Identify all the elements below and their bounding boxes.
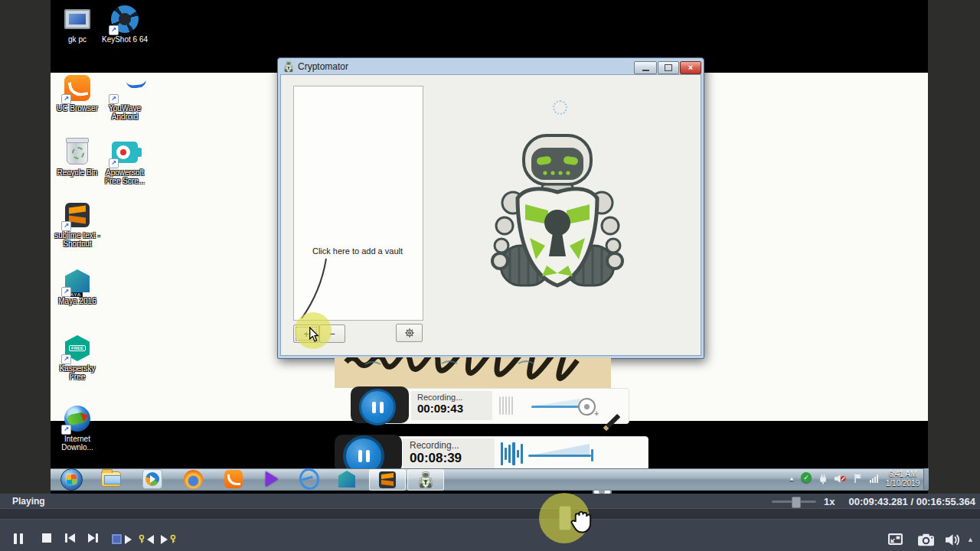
speed-slider-handle[interactable] — [792, 497, 801, 508]
taskbar-item-sublime-active[interactable] — [369, 469, 406, 491]
taskbar-item-firefox[interactable] — [183, 470, 203, 488]
shortcut-arrow-icon: ↗ — [109, 94, 119, 104]
kaspersky-icon: FREE↗ — [63, 334, 92, 363]
taskbar-item-media-player[interactable] — [142, 470, 162, 488]
more-options-arrow[interactable]: ▲ — [967, 536, 974, 543]
volume-slider-end — [591, 449, 593, 461]
triangle-right-icon — [88, 533, 95, 543]
triangle-right-icon — [125, 535, 132, 544]
snapshot-button[interactable] — [917, 533, 935, 546]
media-player-icon — [142, 469, 162, 489]
meter-bar — [508, 445, 511, 463]
firefox-icon — [184, 470, 203, 489]
taskbar-item-uc-browser[interactable] — [224, 470, 243, 488]
window-titlebar[interactable]: Cryptomator — [283, 60, 348, 73]
next-frame-button[interactable] — [88, 533, 98, 543]
close-button[interactable]: × — [680, 61, 701, 74]
time-separator: / — [910, 496, 913, 507]
cryptomator-app-icon — [283, 60, 294, 73]
taskbar-item-explorer[interactable] — [101, 470, 121, 488]
volume-slider[interactable] — [528, 455, 591, 457]
shortcut-arrow-icon: ↗ — [109, 158, 119, 168]
fit-to-window-button[interactable] — [888, 533, 903, 545]
desktop-icon-apowersoft[interactable]: ↗ Apowersoft Free Scre... — [101, 138, 149, 185]
desktop-icon-idm[interactable]: ↗ Internet Downlo... — [54, 404, 101, 452]
uc-browser-icon — [224, 470, 243, 488]
start-button[interactable] — [60, 468, 83, 491]
clock-date: 1/10/2019 — [882, 479, 923, 488]
recycle-bin-icon — [63, 138, 92, 167]
desktop-icon-label: UC Browser — [57, 104, 98, 112]
audio-level-meter — [499, 396, 513, 416]
maya-icon — [338, 471, 355, 487]
recording-status-panel: Recording... 00:09:43 — [411, 391, 492, 420]
play-selection-button[interactable] — [111, 533, 132, 545]
minimize-icon — [642, 70, 649, 71]
desktop-icon-maya[interactable]: MAYA↗ Maya 2016 — [54, 266, 101, 305]
cryptomator-robot-logo — [490, 125, 625, 297]
stop-icon — [42, 533, 51, 543]
taskbar-item-cryptomator-active[interactable] — [407, 469, 444, 491]
recording-status: Recording... — [417, 393, 492, 402]
next-keyframe-button[interactable] — [161, 533, 177, 545]
desktop-icon-gk-pc[interactable]: gk pc — [54, 5, 101, 44]
desktop-icon-label: gk pc — [68, 35, 87, 44]
maximize-button[interactable] — [658, 61, 679, 74]
triangle-left-icon — [147, 535, 154, 544]
meter-bar — [521, 444, 523, 464]
tray-clock[interactable]: 6:41 AM 1/10/2019 — [882, 470, 923, 488]
desktop-icon-keyshot[interactable]: ↗ KeyShot 6 64 — [101, 5, 149, 44]
volume-button[interactable] — [945, 533, 961, 546]
webcam-icon[interactable]: + — [578, 398, 596, 416]
desktop-icon-recycle-bin[interactable]: Recycle Bin — [54, 138, 101, 177]
gear-icon — [404, 328, 415, 338]
volume-muted-icon[interactable] — [835, 473, 846, 487]
network-signal-icon[interactable] — [870, 474, 878, 483]
stop-button[interactable] — [42, 533, 51, 543]
triangle-right-icon — [161, 535, 168, 544]
apowersoft-recorder-icon: ↗ — [110, 138, 139, 167]
desktop-icon-youwave[interactable]: ↗ YouWave Android — [101, 73, 149, 121]
pause-icon — [366, 450, 370, 462]
filmstrip-icon — [111, 533, 122, 545]
taskbar-item-internet-explorer[interactable] — [299, 470, 319, 488]
mouse-cursor-arrow — [309, 327, 319, 342]
desktop-icon-label: sublime text - Shortcut — [54, 231, 101, 248]
previous-keyframe-button[interactable] — [138, 533, 154, 545]
meter-bar — [517, 450, 519, 458]
taskbar-item-maya[interactable] — [337, 470, 357, 488]
clock-time: 6:41 AM — [882, 470, 923, 479]
volume-slider[interactable] — [531, 406, 583, 408]
show-desktop-button[interactable] — [923, 468, 929, 490]
desktop-icon-label: Apowersoft Free Scre... — [101, 168, 149, 185]
pause-button[interactable] — [14, 533, 23, 544]
pause-icon — [380, 402, 384, 413]
taskbar-item-kmplayer[interactable] — [262, 470, 282, 488]
tray-expand-arrow[interactable]: ▲ — [789, 475, 795, 482]
pause-recording-button[interactable] — [359, 389, 396, 425]
annotate-pencil-icon[interactable] — [602, 412, 622, 432]
previous-frame-button[interactable] — [65, 533, 75, 543]
playback-speed: 1x — [824, 496, 835, 507]
desktop-icon-sublime[interactable]: ↗ sublime text - Shortcut — [54, 201, 101, 248]
seek-bar[interactable] — [0, 508, 980, 520]
minimize-button[interactable] — [634, 61, 657, 74]
meter-bar — [508, 396, 510, 415]
settings-button[interactable] — [396, 324, 423, 342]
pause-icon — [20, 533, 23, 544]
video-player-app: gk pc ↗ KeyShot 6 64 ↗ UC Browser ↗ YouW… — [0, 0, 980, 551]
desktop-icon-kaspersky[interactable]: FREE↗ Kaspersky Free — [54, 334, 101, 381]
action-center-flag-icon[interactable] — [854, 473, 863, 487]
power-plug-icon[interactable] — [818, 473, 828, 487]
video-image-fragment — [335, 357, 611, 388]
meter-bar — [511, 396, 513, 415]
desktop-icon-uc-browser[interactable]: ↗ UC Browser — [54, 73, 101, 112]
recording-time: 00:08:39 — [410, 451, 495, 466]
meter-bar — [512, 442, 515, 465]
antivirus-shield-icon[interactable]: ✓ — [801, 472, 812, 483]
total-time: 00:16:55.364 — [916, 496, 975, 507]
key-icon — [138, 533, 145, 545]
desktop-icon-label: Recycle Bin — [57, 168, 98, 177]
bar-icon — [65, 533, 67, 543]
idm-icon: ↗ — [63, 404, 92, 433]
